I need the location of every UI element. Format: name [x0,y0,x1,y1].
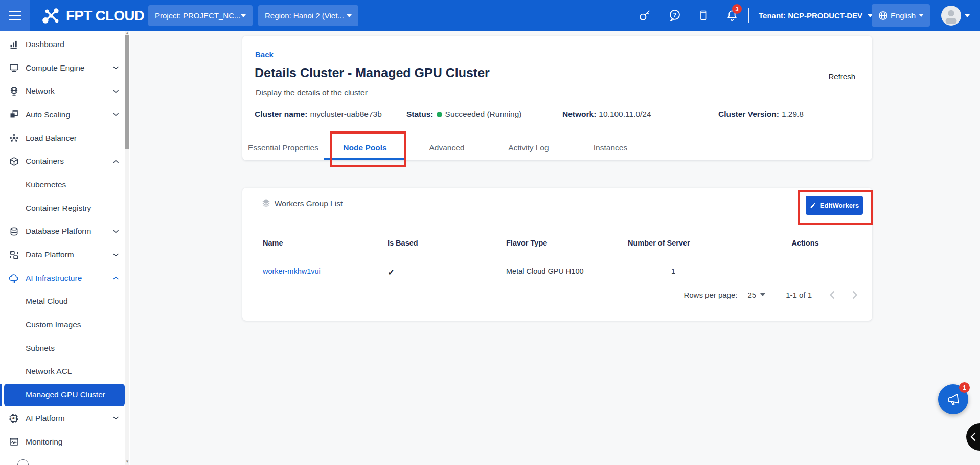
project-dropdown[interactable]: Project: PROJECT_NC... [148,5,253,26]
globe-icon [878,11,888,20]
chevron-down-icon [113,230,119,233]
chevron-up-icon [113,160,119,163]
announcement-count-badge: 1 [959,382,970,393]
sidebar-item-kubernetes[interactable]: Kubernetes [0,173,125,196]
chevron-down-icon [113,66,119,70]
sidebar-item-load-balancer[interactable]: Load Balancer [0,126,125,150]
user-avatar[interactable] [941,6,961,26]
sidebar-item-label: Kubernetes [26,180,66,189]
scaling-squares-icon [8,108,20,121]
is-based-checkmark: ✓ [388,267,395,278]
sidebar-item-containers[interactable]: Containers [0,149,125,173]
collapse-edge-button[interactable] [966,423,980,451]
sidebar-item-metal-cloud[interactable]: Metal Cloud [0,290,125,314]
status-field: Status:Succeeded (Running) [406,109,521,119]
tab-node-pools[interactable]: Node Pools [324,136,406,160]
sidebar-item-database-platform[interactable]: Database Platform [0,220,125,243]
status-value: Succeeded (Running) [445,109,522,118]
sidebar-item-auto-scaling[interactable]: Auto Scaling [0,103,125,126]
fpt-cloud-logo[interactable]: FPT CLOUD [41,0,144,31]
sidebar-item-managed-gpu-cluster[interactable]: Managed GPU Cluster [0,383,125,407]
bar-chart-icon [8,38,20,51]
sidebar-item-container-registry[interactable]: Container Registry [0,196,125,220]
tab-activity-log[interactable]: Activity Log [488,136,569,160]
cluster-version-value: 1.29.8 [782,109,804,118]
cube-icon [8,155,20,167]
sidebar-item-network-acl[interactable]: Network ACL [0,360,125,384]
tab-instances[interactable]: Instances [569,136,651,160]
sidebar-item-network[interactable]: Network [0,79,125,103]
sidebar-item-monitoring[interactable]: Monitoring [0,430,125,454]
announcement-fab[interactable]: 1 [938,384,968,414]
tab-essential-properties[interactable]: Essential Properties [242,136,324,160]
logo-molecule-icon [41,6,61,26]
sidebar-item-data-platform[interactable]: Data Platform [0,243,125,267]
tenant-label: Tenant: NCP-PRODUCT-DEV [759,11,862,20]
edit-workers-button[interactable]: EditWorkers [806,196,863,215]
next-page-button[interactable] [852,291,858,299]
sidebar-item-label: Monitoring [26,437,62,447]
chevron-down-icon [113,90,119,93]
scrollbar-down-arrow[interactable]: ▼ [125,460,130,464]
sidebar-item-dashboard[interactable]: Dashboard [0,33,125,56]
rows-per-page-label: Rows per page: [683,291,737,299]
chevron-down-icon [113,416,119,420]
sidebar-item-custom-images[interactable]: Custom Images [0,313,125,337]
table-divider [247,260,867,260]
logo-text: FPT CLOUD [66,8,144,24]
docs-icon[interactable] [697,9,710,21]
cluster-name-value: mycluster-uab8e73b [310,109,381,118]
tab-advanced[interactable]: Advanced [406,136,488,160]
status-green-dot [437,112,442,117]
support-chat-icon[interactable]: ? [668,9,682,23]
globe-network-icon [8,85,20,97]
sidebar-item-label: Dashboard [26,40,64,49]
rows-per-page-select[interactable]: 25 [747,291,765,299]
sidebar-item-label: Managed GPU Cluster [26,390,105,400]
sidebar-item-label: AI Infrastructure [26,274,82,283]
sidebar-scrollbar-thumb[interactable] [125,35,129,149]
sidebar-item-compute-engine[interactable]: Compute Engine [0,56,125,80]
sidebar-nav: Dashboard Compute Engine Network [0,31,130,465]
scrollbar-up-arrow[interactable]: ▲ [125,31,130,35]
number-of-server-value: 1 [671,267,675,275]
chevron-down-icon [113,113,119,116]
language-label: English [891,11,916,20]
table-divider [247,284,867,284]
caret-down-icon [241,14,246,17]
pencil-icon [810,202,816,209]
sidebar-item-label: Auto Scaling [26,110,70,119]
sidebar-item-label: Compute Engine [26,63,84,73]
monitoring-window-icon [8,436,20,448]
tenant-dropdown[interactable]: Tenant: NCP-PRODUCT-DEV [759,0,873,31]
layers-icon [261,197,271,210]
region-dropdown[interactable]: Region: Hanoi 2 (Viet... [258,5,358,26]
previous-page-button[interactable] [829,291,835,299]
column-header-actions: Actions [750,239,860,247]
caret-down-icon[interactable] [965,14,970,17]
refresh-button[interactable]: Refresh [828,72,855,81]
notification-count-badge: 3 [732,4,742,14]
sidebar-item-label: AI Platform [26,414,65,423]
cluster-details-card: Back Refresh Details Cluster - Managed G… [242,36,872,160]
worker-name-link[interactable]: worker-mkhw1vui [263,267,321,275]
cluster-name-field: Cluster name:mycluster-uab8e73b [255,109,382,119]
column-header-number-of-server: Number of Server [628,239,690,247]
language-dropdown[interactable]: English [872,4,930,27]
access-key-icon[interactable] [638,9,651,22]
svg-text:AI: AI [12,416,16,420]
sidebar-item-subnets[interactable]: Subnets [0,337,125,360]
cluster-name-label: Cluster name: [255,109,307,118]
back-link[interactable]: Back [255,50,274,59]
cluster-version-field: Cluster Version:1.29.8 [718,109,804,119]
project-dropdown-label: Project: PROJECT_NC... [155,11,241,20]
ai-chip-icon: AI [8,412,20,425]
hub-nodes-icon [8,132,20,144]
sidebar-item-ai-infrastructure[interactable]: AI Infrastructure [0,267,125,290]
sidebar-item-label: Containers [26,157,64,166]
sidebar-item-ai-platform[interactable]: AI AI Platform [0,407,125,430]
edit-workers-label: EditWorkers [820,202,859,209]
flavor-type-value: Metal Cloud GPU H100 [506,267,584,275]
hamburger-menu-icon[interactable] [0,0,30,31]
topbar-divider [748,8,749,23]
